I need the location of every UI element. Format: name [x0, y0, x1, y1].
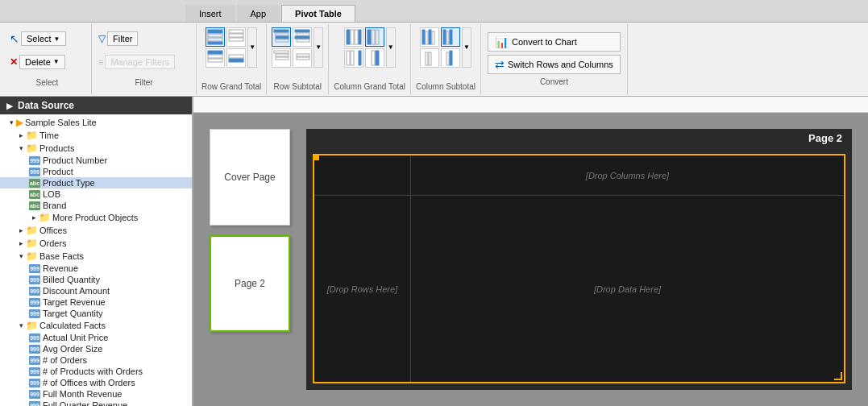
field-num-icon-num-prod: 999 — [29, 367, 40, 376]
tree-item-orders[interactable]: ▸ 📁 Orders — [0, 237, 192, 250]
tree-label-avg-order: Avg Order Size — [43, 344, 102, 354]
manage-filters-button[interactable]: Manage Filters — [105, 55, 175, 69]
tree-item-num-orders[interactable]: 999 # of Orders — [0, 354, 192, 366]
rgt-icon-3[interactable] — [226, 27, 246, 47]
cgt-icon-4[interactable] — [365, 48, 384, 68]
drop-data-text: [Drop Data Here] — [594, 284, 661, 294]
expander-products[interactable]: ▾ — [16, 144, 26, 152]
pivot-data-drop[interactable]: [Drop Data Here] — [411, 196, 844, 382]
tree-item-offices[interactable]: ▸ 📁 Offices — [0, 224, 192, 237]
pivot-move-handle[interactable] — [313, 154, 319, 160]
expander-time[interactable]: ▸ — [16, 131, 26, 139]
col-subtotal-group: ▼ Column Subtotal — [411, 24, 481, 94]
rst-dropdown[interactable]: ▼ — [314, 27, 323, 68]
tree-label-lob: LOB — [43, 189, 60, 199]
expander-calc-facts[interactable]: ▾ — [16, 321, 26, 329]
tree-label-brand: Brand — [43, 201, 66, 210]
cst-icon-2[interactable] — [420, 48, 439, 68]
page-thumb-2[interactable]: Page 2 — [210, 235, 290, 332]
cst-dropdown[interactable]: ▼ — [462, 27, 471, 68]
rgt-icon-1[interactable] — [206, 27, 225, 47]
tree-item-base-facts[interactable]: ▾ 📁 Base Facts — [0, 250, 192, 263]
tree-item-target-qty[interactable]: 999 Target Quantity — [0, 308, 192, 319]
filter-btn-row: ▽ Filter — [98, 31, 138, 46]
filter-button[interactable]: Filter — [107, 31, 138, 46]
rgt-icon-2[interactable] — [206, 48, 225, 68]
pivot-columns-drop[interactable]: [Drop Columns Here] — [411, 155, 844, 196]
filter-funnel-icon: ▽ — [98, 33, 106, 44]
rst-icon-3[interactable] — [293, 27, 312, 47]
filter-group: ▽ Filter ≡ Manage Filters Filter — [92, 24, 197, 94]
tree-label: Sample Sales Lite — [25, 118, 97, 127]
cst-icon-3[interactable] — [441, 27, 460, 47]
delete-button[interactable]: Delete ▼ — [19, 55, 65, 69]
tree-item-calc-facts[interactable]: ▾ 📁 Calculated Facts — [0, 319, 192, 332]
select-dropdown-arrow: ▼ — [54, 35, 60, 43]
tree-label-revenue: Revenue — [43, 263, 78, 273]
tree-label-num-prod-orders: # of Products with Orders — [43, 367, 143, 376]
cst-icon-4[interactable] — [441, 48, 460, 68]
tree-item-product[interactable]: 999 Product — [0, 166, 192, 177]
tabs-row: Insert App Pivot Table — [0, 0, 868, 23]
svg-rect-21 — [295, 36, 309, 39]
cgt-dropdown[interactable]: ▼ — [386, 27, 396, 68]
cgt-icon-1[interactable] — [344, 27, 363, 47]
field-num-icon-num-off: 999 — [29, 379, 40, 387]
svg-rect-36 — [376, 51, 379, 65]
tree-item-more-products[interactable]: ▸ 📁 More Product Objects — [0, 211, 192, 224]
tab-app[interactable]: App — [237, 5, 280, 22]
expander-orders[interactable]: ▸ — [16, 239, 26, 247]
tree-item-target-rev[interactable]: 999 Target Revenue — [0, 296, 192, 308]
pivot-corner-cell — [314, 155, 411, 196]
expander-base-facts[interactable]: ▾ — [16, 252, 26, 260]
field-num-icon: 999 — [29, 156, 40, 165]
pivot-resize-handle[interactable] — [834, 372, 842, 380]
tree-item-brand[interactable]: abc Brand — [0, 200, 192, 211]
tree-item-num-prod-orders[interactable]: 999 # of Products with Orders — [0, 366, 192, 377]
switch-rows-columns-button[interactable]: ⇄ Switch Rows and Columns — [488, 55, 621, 74]
tree-item-sample-sales-lite[interactable]: ▾ ▶ Sample Sales Lite — [0, 116, 192, 129]
tree-item-time[interactable]: ▸ 📁 Time — [0, 129, 192, 142]
svg-rect-3 — [208, 42, 222, 44]
cgt-icon-2[interactable] — [344, 48, 363, 68]
tab-insert[interactable]: Insert — [185, 5, 235, 22]
convert-to-chart-button[interactable]: 📊 Convert to Chart — [488, 32, 621, 52]
manage-filters-row: ≡ Manage Filters — [98, 55, 175, 69]
tab-pivot-table[interactable]: Pivot Table — [281, 5, 355, 22]
cgt-icon-3[interactable] — [365, 27, 384, 47]
tree-item-full-quarter[interactable]: 999 Full Quarter Revenue — [0, 400, 192, 406]
cst-icon-1[interactable] — [420, 27, 439, 47]
tree-label-product: Product — [43, 167, 73, 176]
expander-more-products[interactable]: ▸ — [29, 213, 39, 222]
svg-rect-6 — [208, 59, 222, 62]
tree-item-actual-unit[interactable]: 999 Actual Unit Price — [0, 332, 192, 343]
rgt-icon-4[interactable] — [226, 48, 246, 68]
pivot-rows-drop[interactable]: [Drop Rows Here] — [314, 196, 411, 382]
page-canvas: Page 2 [Drop Columns Here] [Drop R — [306, 129, 852, 390]
rst-icon-2[interactable] — [272, 48, 291, 68]
select-button[interactable]: Select ▼ — [21, 31, 66, 46]
tree-item-product-type[interactable]: abc Product Type — [0, 177, 192, 188]
tree-item-product-number[interactable]: 999 Product Number — [0, 155, 192, 166]
tree-item-num-off-orders[interactable]: 999 # of Offices with Orders — [0, 377, 192, 388]
tree-item-billed-qty[interactable]: 999 Billed Quantity — [0, 274, 192, 285]
svg-rect-39 — [429, 30, 431, 44]
rgt-dropdown[interactable]: ▼ — [247, 27, 257, 68]
tree-label-num-orders: # of Orders — [43, 355, 87, 365]
tree-label-time: Time — [39, 130, 59, 140]
tree-item-products[interactable]: ▾ 📁 Products — [0, 142, 192, 155]
tree-item-avg-order[interactable]: 999 Avg Order Size — [0, 343, 192, 354]
rst-icon-4[interactable] — [293, 48, 312, 68]
tree-item-revenue[interactable]: 999 Revenue — [0, 263, 192, 274]
rst-icon-1[interactable] — [272, 27, 291, 47]
folder-icon-orders: 📁 — [26, 238, 38, 249]
expander-sample-sales-lite[interactable]: ▾ — [6, 118, 16, 126]
tree-label-full-month: Full Month Revenue — [43, 389, 122, 399]
tree-item-lob[interactable]: abc LOB — [0, 188, 192, 200]
svg-rect-41 — [426, 52, 428, 65]
tree-item-full-month[interactable]: 999 Full Month Revenue — [0, 388, 192, 400]
pivot-table[interactable]: [Drop Columns Here] [Drop Rows Here] [Dr… — [313, 154, 845, 383]
expander-offices[interactable]: ▸ — [16, 226, 26, 234]
tree-item-discount[interactable]: 999 Discount Amount — [0, 285, 192, 296]
page-thumb-cover[interactable]: Cover Page — [210, 129, 290, 226]
